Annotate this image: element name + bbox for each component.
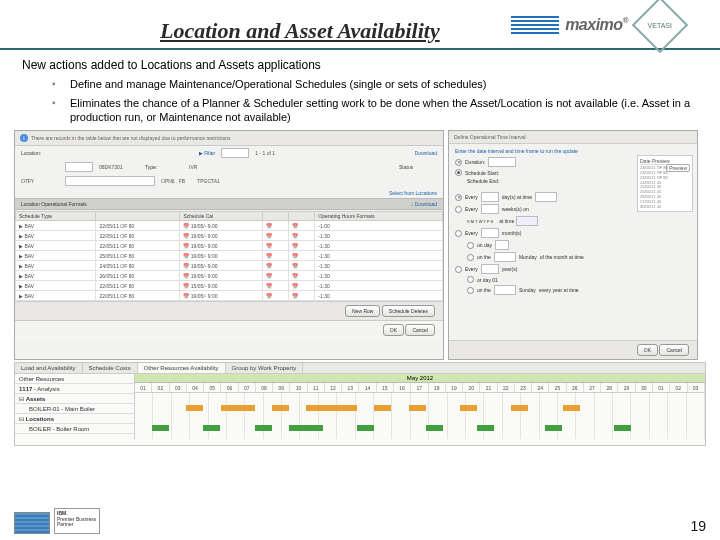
- tab-group[interactable]: Group by Work Property: [226, 363, 304, 373]
- tank-value: TPGCTA1: [197, 178, 220, 184]
- business-partner-badge: IBM.Premier Business Partner: [54, 508, 100, 534]
- table-row[interactable]: ▶ BAV26/05/11 OF 80📅 19/05/- 9:00📅📅-1:30: [16, 271, 443, 281]
- radio-every-year[interactable]: [455, 266, 462, 273]
- download-link-2[interactable]: ↓ Download: [411, 201, 437, 207]
- cancel-button-2[interactable]: Cancel: [659, 344, 689, 356]
- screenshot-locations: iThere are records in the table below th…: [14, 130, 444, 360]
- loc-value: 08DK7301: [99, 164, 139, 170]
- table-row[interactable]: ▶ BAV24/05/11 OF 80📅 19/05/- 9:00📅📅-1:30: [16, 261, 443, 271]
- vetasi-badge: VETASI: [632, 0, 689, 53]
- page-number: 19: [690, 518, 706, 534]
- type-value: IVR: [189, 164, 197, 170]
- tab-other[interactable]: Other Resources Availability: [138, 363, 226, 373]
- nav-count: 1 - 1 of 1: [255, 150, 275, 156]
- bullet-1: Define and manage Maintenance/Operationa…: [52, 78, 698, 92]
- status-label: Status: [399, 164, 437, 170]
- table-row[interactable]: ▶ BAV22/05/11 OF 80📅 19/05/- 9:00📅📅-1:30: [16, 291, 443, 301]
- dialog-title: Define Operational Time Interval: [449, 131, 697, 144]
- radio-every-day[interactable]: [455, 194, 462, 201]
- maximo-logo: maximo®: [565, 16, 628, 34]
- gantt-month: May 2012: [135, 374, 705, 383]
- section-title: Location Operational Formats: [21, 201, 87, 207]
- intro-text: New actions added to Locations and Asset…: [22, 58, 698, 72]
- table-row[interactable]: ▶ BAV25/05/11 OF 80📅 19/05/- 9:00📅📅-1:30: [16, 251, 443, 261]
- date-preview-box: Date Preview Preview 23/05/11 OF 8023/05…: [637, 155, 693, 212]
- opn-value: OPN6 . FB: [161, 178, 185, 184]
- gantt-analysis-row: 1117 - Analysis: [15, 384, 134, 394]
- schedule-deletes-button[interactable]: Schedule Deletes: [382, 305, 435, 317]
- duration-field[interactable]: [488, 157, 516, 167]
- gantt-bars: [135, 393, 705, 439]
- table-row[interactable]: ▶ BAV22/05/11 OF 80📅 19/05/- 9:00📅📅-1:30: [16, 231, 443, 241]
- gantt-availability: Load and Availability Schedule Costs Oth…: [14, 362, 706, 446]
- ok-button[interactable]: OK: [383, 324, 404, 336]
- tab-costs[interactable]: Schedule Costs: [83, 363, 138, 373]
- logo-area: maximo® VETASI: [511, 5, 680, 45]
- loc-field[interactable]: [65, 162, 93, 172]
- preview-button[interactable]: Preview: [666, 164, 690, 172]
- schedule-table: Schedule TypeSchedule CalOperating Hours…: [15, 211, 443, 301]
- info-banner: There are records in the table below tha…: [31, 135, 231, 141]
- tab-load[interactable]: Load and Availability: [15, 363, 83, 373]
- page-title: Location and Asset Availability: [160, 18, 440, 44]
- filter-link[interactable]: ▶ Filter: [199, 150, 216, 156]
- gantt-loc-boiler[interactable]: BOILER - Boiler Room: [15, 424, 134, 434]
- table-row[interactable]: ▶ BAV22/05/11 OF 80📅 15/05/- 9:00📅📅-1:30: [16, 281, 443, 291]
- bullet-2: Eliminates the chance of a Planner & Sch…: [52, 97, 698, 125]
- select-link[interactable]: Select from Locations: [389, 190, 437, 196]
- radio-every-month[interactable]: [455, 230, 462, 237]
- radio-every-week[interactable]: [455, 206, 462, 213]
- download-link[interactable]: Download: [415, 150, 437, 156]
- location-label: Location:: [21, 150, 59, 156]
- ok-button-2[interactable]: OK: [637, 344, 658, 356]
- table-row[interactable]: ▶ BAV22/05/11 OF 80📅 19/05/- 9:00📅📅-1:30: [16, 241, 443, 251]
- table-row[interactable]: ▶ BAV22/05/11 OF 80📅 19/05/- 9:00📅📅-1:00: [16, 221, 443, 231]
- gantt-asset-boiler[interactable]: BOILER-01 - Main Boiler: [15, 404, 134, 414]
- gantt-locations-group[interactable]: ⊟ Locations: [15, 414, 134, 424]
- radio-duration[interactable]: [455, 159, 462, 166]
- info-icon: i: [20, 134, 28, 142]
- ibm-block-icon: [14, 512, 50, 534]
- gantt-assets-group[interactable]: ⊟ Assets: [15, 394, 134, 404]
- gantt-left-header: Other Resources: [15, 374, 134, 384]
- radio-sched-start[interactable]: [455, 169, 462, 176]
- series-field[interactable]: [221, 148, 249, 158]
- new-row-button[interactable]: New Row: [345, 305, 380, 317]
- type-label: Type:: [145, 164, 183, 170]
- cancel-button[interactable]: Cancel: [405, 324, 435, 336]
- desc-field[interactable]: [65, 176, 155, 186]
- ibm-logo: [511, 16, 559, 34]
- screenshot-interval: Define Operational Time Interval Enter t…: [448, 130, 698, 360]
- dialog-hint: Enter the date interval and time frame t…: [455, 148, 691, 154]
